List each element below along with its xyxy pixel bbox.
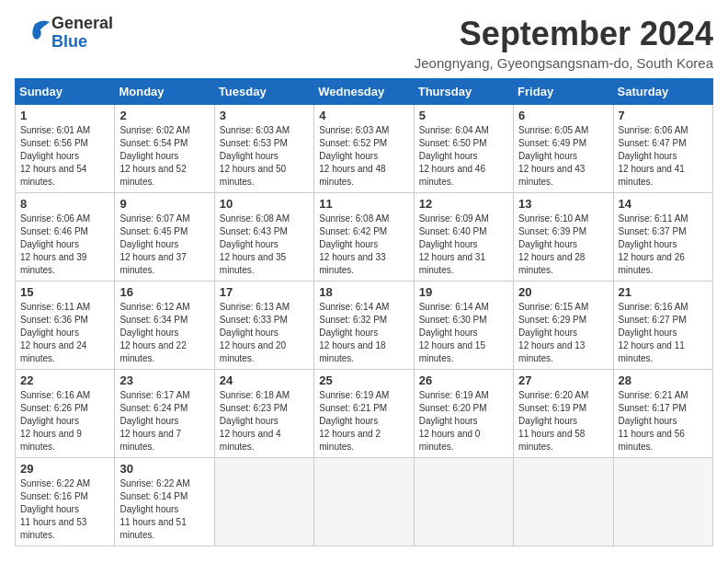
calendar-day-cell: 13 Sunrise: 6:10 AM Sunset: 6:39 PM Dayl… — [514, 193, 613, 282]
logo-text-block: General Blue — [51, 15, 113, 52]
daylight-label: Daylight hours — [419, 239, 478, 249]
day-info: Sunrise: 6:19 AM Sunset: 6:20 PM Dayligh… — [419, 389, 508, 454]
day-number: 19 — [419, 285, 508, 299]
sunrise-label: Sunrise: 6:06 AM — [619, 125, 688, 135]
daylight-label: Daylight hours — [319, 239, 378, 249]
sunset-label: Sunset: 6:42 PM — [319, 226, 387, 236]
daylight-label: Daylight hours — [319, 416, 378, 426]
sunrise-label: Sunrise: 6:13 AM — [220, 302, 290, 312]
calendar-day-cell: 19 Sunrise: 6:14 AM Sunset: 6:30 PM Dayl… — [414, 282, 513, 370]
daylight-value: 11 hours and 56 minutes. — [619, 429, 685, 452]
sunrise-label: Sunrise: 6:08 AM — [220, 213, 290, 224]
day-number: 13 — [518, 197, 608, 211]
day-number: 16 — [119, 285, 209, 299]
daylight-label: Daylight hours — [619, 327, 677, 338]
sunrise-label: Sunrise: 6:17 AM — [119, 390, 189, 400]
day-info: Sunrise: 6:22 AM Sunset: 6:14 PM Dayligh… — [119, 477, 209, 542]
daylight-label: Daylight hours — [20, 327, 79, 338]
sunset-label: Sunset: 6:27 PM — [619, 315, 687, 325]
sunrise-label: Sunrise: 6:14 AM — [419, 302, 489, 312]
daylight-value: 12 hours and 52 minutes. — [119, 164, 186, 187]
daylight-value: 12 hours and 26 minutes. — [619, 252, 685, 275]
calendar-day-cell: 18 Sunrise: 6:14 AM Sunset: 6:32 PM Dayl… — [314, 282, 414, 370]
sunset-label: Sunset: 6:47 PM — [619, 138, 687, 148]
daylight-value: 12 hours and 43 minutes. — [518, 164, 585, 187]
daylight-value: 12 hours and 46 minutes. — [419, 164, 485, 187]
weekday-header: Wednesday — [314, 79, 414, 105]
calendar-day-cell: 12 Sunrise: 6:09 AM Sunset: 6:40 PM Dayl… — [414, 193, 513, 282]
daylight-label: Daylight hours — [619, 416, 677, 426]
calendar-day-cell: 11 Sunrise: 6:08 AM Sunset: 6:42 PM Dayl… — [314, 193, 414, 282]
calendar-week-row: 22 Sunrise: 6:16 AM Sunset: 6:26 PM Dayl… — [16, 370, 713, 458]
daylight-value: 12 hours and 48 minutes. — [319, 164, 385, 187]
sunrise-label: Sunrise: 6:12 AM — [119, 302, 189, 312]
day-number: 9 — [119, 197, 209, 211]
daylight-value: 12 hours and 7 minutes. — [119, 429, 181, 452]
daylight-value: 12 hours and 18 minutes. — [319, 340, 385, 363]
sunset-label: Sunset: 6:21 PM — [319, 403, 387, 413]
day-number: 27 — [518, 373, 608, 387]
day-info: Sunrise: 6:11 AM Sunset: 6:37 PM Dayligh… — [619, 213, 708, 277]
calendar-day-cell: 22 Sunrise: 6:16 AM Sunset: 6:26 PM Dayl… — [16, 370, 115, 458]
sunset-label: Sunset: 6:53 PM — [220, 138, 288, 148]
sunset-label: Sunset: 6:20 PM — [419, 403, 487, 413]
day-number: 22 — [20, 373, 109, 387]
day-number: 5 — [419, 109, 508, 122]
day-number: 3 — [220, 109, 309, 122]
sunrise-label: Sunrise: 6:19 AM — [319, 390, 389, 400]
daylight-value: 12 hours and 9 minutes. — [20, 429, 82, 452]
sunset-label: Sunset: 6:37 PM — [619, 226, 687, 236]
day-info: Sunrise: 6:12 AM Sunset: 6:34 PM Dayligh… — [119, 301, 209, 365]
day-number: 8 — [20, 197, 109, 211]
calendar-week-row: 8 Sunrise: 6:06 AM Sunset: 6:46 PM Dayli… — [16, 193, 713, 282]
sunset-label: Sunset: 6:23 PM — [220, 403, 288, 413]
sunset-label: Sunset: 6:54 PM — [119, 138, 188, 148]
daylight-label: Daylight hours — [220, 151, 279, 161]
daylight-value: 12 hours and 11 minutes. — [619, 340, 685, 363]
daylight-value: 12 hours and 24 minutes. — [20, 340, 86, 363]
weekday-header: Friday — [514, 79, 613, 105]
sunset-label: Sunset: 6:36 PM — [20, 315, 88, 325]
daylight-value: 12 hours and 2 minutes. — [319, 429, 381, 452]
sunset-label: Sunset: 6:49 PM — [518, 138, 586, 148]
sunrise-label: Sunrise: 6:08 AM — [319, 213, 389, 224]
daylight-value: 12 hours and 0 minutes. — [419, 429, 481, 452]
day-info: Sunrise: 6:13 AM Sunset: 6:33 PM Dayligh… — [220, 301, 309, 365]
weekday-header: Sunday — [16, 79, 115, 105]
daylight-label: Daylight hours — [119, 416, 178, 426]
weekday-header: Tuesday — [214, 79, 313, 105]
daylight-value: 12 hours and 4 minutes. — [220, 429, 281, 452]
calendar-day-cell — [414, 458, 513, 546]
sunset-label: Sunset: 6:17 PM — [619, 403, 687, 413]
page-header: General Blue September 2024 Jeongnyang, … — [15, 15, 713, 71]
day-info: Sunrise: 6:06 AM Sunset: 6:46 PM Dayligh… — [20, 213, 109, 277]
sunrise-label: Sunrise: 6:03 AM — [220, 125, 290, 135]
sunset-label: Sunset: 6:34 PM — [119, 315, 188, 325]
daylight-value: 11 hours and 58 minutes. — [518, 429, 585, 452]
day-info: Sunrise: 6:10 AM Sunset: 6:39 PM Dayligh… — [518, 213, 608, 277]
day-number: 25 — [319, 373, 408, 387]
daylight-label: Daylight hours — [119, 327, 178, 338]
daylight-value: 12 hours and 33 minutes. — [319, 252, 385, 275]
sunset-label: Sunset: 6:26 PM — [20, 403, 88, 413]
sunrise-label: Sunrise: 6:03 AM — [319, 125, 389, 135]
sunset-label: Sunset: 6:45 PM — [119, 226, 188, 236]
daylight-value: 11 hours and 51 minutes. — [119, 517, 186, 540]
day-info: Sunrise: 6:18 AM Sunset: 6:23 PM Dayligh… — [220, 389, 309, 454]
sunrise-label: Sunrise: 6:22 AM — [119, 478, 189, 488]
calendar-day-cell: 15 Sunrise: 6:11 AM Sunset: 6:36 PM Dayl… — [16, 282, 115, 370]
day-number: 23 — [119, 373, 209, 387]
sunrise-label: Sunrise: 6:06 AM — [20, 213, 90, 224]
daylight-label: Daylight hours — [619, 151, 677, 161]
calendar-day-cell — [314, 458, 414, 546]
day-info: Sunrise: 6:22 AM Sunset: 6:16 PM Dayligh… — [20, 477, 109, 542]
sunset-label: Sunset: 6:19 PM — [518, 403, 586, 413]
daylight-value: 12 hours and 41 minutes. — [619, 164, 685, 187]
sunrise-label: Sunrise: 6:05 AM — [518, 125, 588, 135]
day-number: 1 — [20, 109, 109, 122]
day-number: 15 — [20, 285, 109, 299]
daylight-value: 12 hours and 28 minutes. — [518, 252, 585, 275]
daylight-label: Daylight hours — [119, 151, 178, 161]
sunrise-label: Sunrise: 6:02 AM — [119, 125, 189, 135]
logo-blue-text: Blue — [51, 33, 87, 52]
